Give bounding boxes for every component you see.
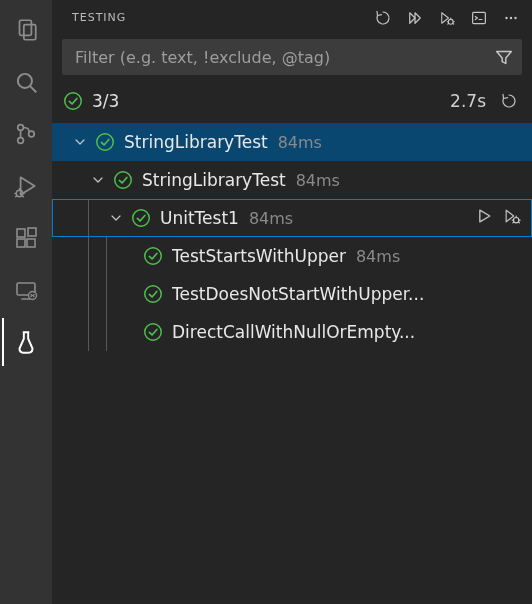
svg-rect-6 <box>20 20 32 35</box>
tree-row-label: StringLibraryTest <box>142 170 286 190</box>
chevron-down-icon[interactable] <box>70 132 90 152</box>
tree-row-duration: 84ms <box>249 209 293 228</box>
activity-testing[interactable] <box>2 318 50 366</box>
activity-bar <box>0 0 52 604</box>
svg-point-11 <box>29 131 35 137</box>
chevron-down-icon[interactable] <box>106 208 126 228</box>
pass-icon <box>142 321 164 343</box>
show-output-button[interactable] <box>466 5 492 31</box>
tree-row-label: TestDoesNotStartWithUpper... <box>172 284 424 304</box>
run-all-tests-button[interactable] <box>402 5 428 31</box>
tree-row-label: StringLibraryTest <box>124 132 268 152</box>
tree-row-label: UnitTest1 <box>160 208 239 228</box>
panel-title: TESTING <box>72 11 364 24</box>
panel-header: TESTING <box>52 0 532 35</box>
tree-row-duration: 84ms <box>278 133 322 152</box>
activity-remote[interactable] <box>2 266 50 314</box>
test-tree: StringLibraryTest 84ms StringLibraryTest… <box>52 117 532 604</box>
activity-search[interactable] <box>2 58 50 106</box>
svg-rect-14 <box>17 239 25 247</box>
summary-duration: 2.7s <box>450 91 486 111</box>
test-summary: 3/3 2.7s <box>52 85 532 117</box>
summary-pass-count: 3/3 <box>92 91 119 111</box>
svg-rect-7 <box>24 25 36 40</box>
pass-icon <box>112 169 134 191</box>
svg-point-9 <box>18 125 24 131</box>
svg-rect-16 <box>28 228 36 236</box>
tree-row-label: TestStartsWithUpper <box>172 246 346 266</box>
filter-input[interactable] <box>73 47 493 68</box>
activity-explorer[interactable] <box>2 6 50 54</box>
rerun-button[interactable] <box>496 88 522 114</box>
chevron-down-icon[interactable] <box>88 170 108 190</box>
tree-row-duration: 84ms <box>356 247 400 266</box>
svg-rect-15 <box>27 239 35 247</box>
refresh-tests-button[interactable] <box>370 5 396 31</box>
pass-icon <box>94 131 116 153</box>
activity-run-debug[interactable] <box>2 162 50 210</box>
activity-extensions[interactable] <box>2 214 50 262</box>
tree-row-test[interactable]: DirectCallWithNullOrEmpty... <box>52 313 532 351</box>
tree-row-label: DirectCallWithNullOrEmpty... <box>172 322 415 342</box>
activity-source-control[interactable] <box>2 110 50 158</box>
summary-pass-icon <box>62 90 84 112</box>
filter-icon[interactable] <box>493 46 515 68</box>
tree-row-class[interactable]: UnitTest1 84ms <box>52 199 532 237</box>
run-test-button[interactable] <box>474 206 494 230</box>
debug-all-tests-button[interactable] <box>434 5 460 31</box>
debug-test-button[interactable] <box>502 206 522 230</box>
more-actions-button[interactable] <box>498 5 524 31</box>
pass-icon <box>130 207 152 229</box>
tree-row-test[interactable]: TestStartsWithUpper 84ms <box>52 237 532 275</box>
pass-icon <box>142 283 164 305</box>
testing-panel: TESTING 3/3 2.7s StringLibraryTest 84ms <box>52 0 532 604</box>
svg-point-10 <box>18 138 24 144</box>
svg-rect-13 <box>17 229 25 237</box>
pass-icon <box>142 245 164 267</box>
tree-row-project[interactable]: StringLibraryTest 84ms <box>52 161 532 199</box>
tree-row-duration: 84ms <box>296 171 340 190</box>
tree-row-root[interactable]: StringLibraryTest 84ms <box>52 123 532 161</box>
filter-row <box>62 39 522 75</box>
tree-row-test[interactable]: TestDoesNotStartWithUpper... <box>52 275 532 313</box>
